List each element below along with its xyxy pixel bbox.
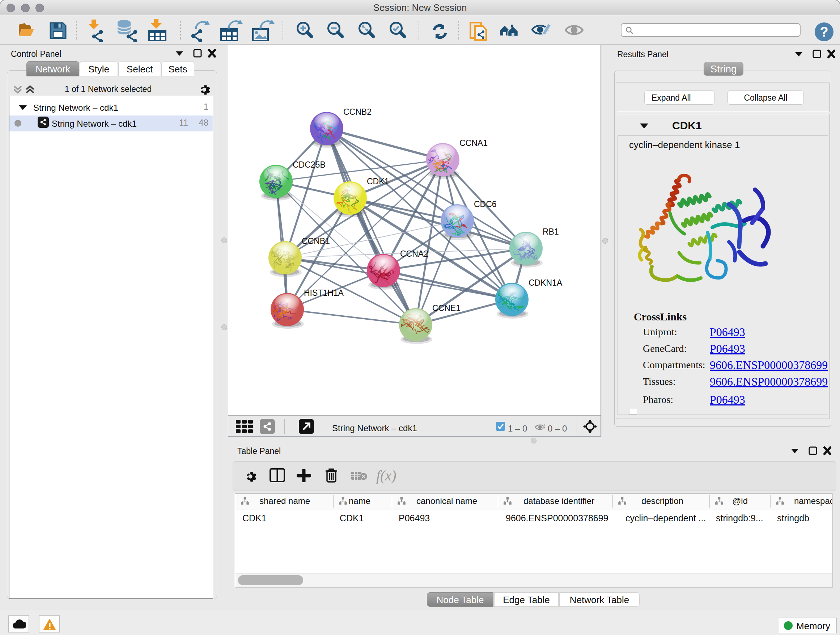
svg-text:CDK1: CDK1 [367, 177, 389, 186]
svg-text:RB1: RB1 [543, 227, 559, 236]
svg-text:CCNA2: CCNA2 [400, 249, 428, 258]
svg-text:CDKN1A: CDKN1A [529, 278, 562, 287]
svg-text:HIST1H1A: HIST1H1A [304, 288, 344, 298]
svg-text:CCNE1: CCNE1 [432, 303, 461, 313]
svg-text:CDC6: CDC6 [474, 200, 497, 209]
svg-text:CCNA1: CCNA1 [459, 138, 488, 148]
svg-text:CDC25B: CDC25B [293, 160, 325, 169]
svg-text:CCNB2: CCNB2 [343, 107, 371, 117]
svg-text:CCNB1: CCNB1 [302, 236, 330, 246]
